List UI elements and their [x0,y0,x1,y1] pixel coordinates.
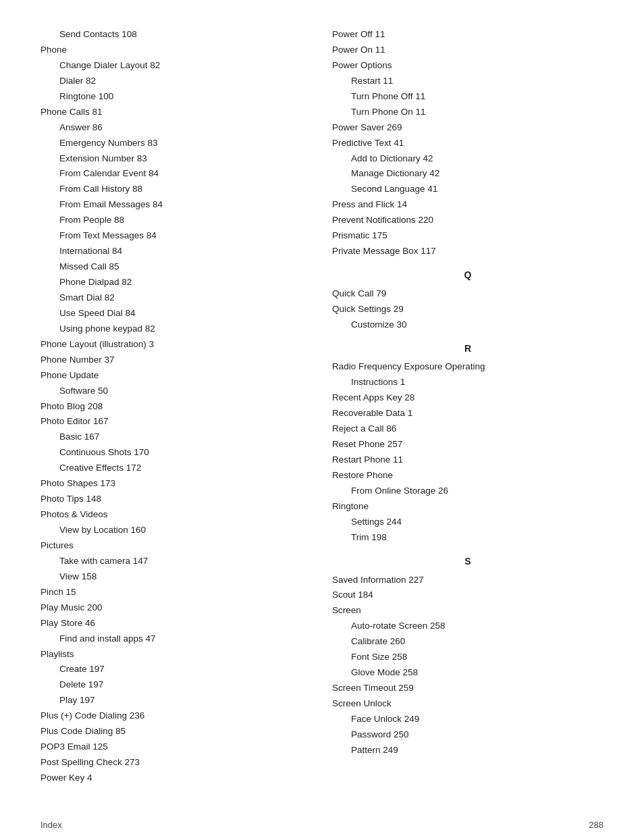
index-entry: Phone [41,43,312,58]
index-entry: Pinch 15 [41,585,312,600]
index-entry: Password 250 [332,727,603,743]
index-entry: Post Spelling Check 273 [41,755,312,771]
index-entry: Recoverable Data 1 [332,406,603,421]
index-entry: Smart Dial 82 [41,290,312,306]
index-entry: Find and install apps 47 [41,631,312,647]
footer: Index 288 [41,813,603,830]
footer-left: Index [41,820,62,830]
index-entry: International 84 [41,244,312,259]
index-entry: Restart Phone 11 [332,452,603,468]
right-column: Power Off 11Power On 11Power OptionsRest… [332,27,603,786]
index-entry: Play Store 46 [41,616,312,631]
index-entry: Send Contacts 108 [41,27,312,43]
index-entry: View 158 [41,569,312,585]
index-entry: Settings 244 [332,515,603,530]
index-entry: Saved Information 227 [332,573,603,588]
index-entry: Play Music 200 [41,600,312,616]
index-entry: Customize 30 [332,317,603,333]
index-entry: Scout 184 [332,588,603,603]
index-entry: Plus Code Dialing 85 [41,724,312,739]
index-entry: Power Off 11 [332,27,603,43]
index-entry: Restart 11 [332,74,603,89]
index-entry: Glove Mode 258 [332,665,603,681]
index-entry: Manage Dictionary 42 [332,166,603,182]
index-entry: Playlists [41,647,312,662]
index-entry: From Call History 88 [41,182,312,197]
index-entry: Pattern 249 [332,743,603,758]
index-entry: Screen [332,603,603,619]
index-entry: View by Location 160 [41,523,312,538]
index-entry: Answer 86 [41,120,312,136]
index-entry: Add to Dictionary 42 [332,151,603,167]
index-entry: Software 50 [41,384,312,399]
index-entry: Prismatic 175 [332,228,603,244]
index-entry: Use Speed Dial 84 [41,306,312,321]
index-entry: Ringtone 100 [41,89,312,105]
page-container: Send Contacts 108PhoneChange Dialer Layo… [41,27,603,786]
index-entry: Auto-rotate Screen 258 [332,619,603,634]
index-entry: Calibrate 260 [332,634,603,650]
index-entry: Missed Call 85 [41,259,312,275]
index-entry: Radio Frequency Exposure Operating [332,359,603,375]
index-entry: Power Options [332,58,603,74]
index-entry: Delete 197 [41,677,312,693]
index-entry: Reset Phone 257 [332,437,603,452]
index-entry: Photo Shapes 173 [41,476,312,492]
index-entry: Turn Phone On 11 [332,105,603,120]
index-entry: Emergency Numbers 83 [41,136,312,151]
index-entry: S [332,554,603,570]
index-entry: Photo Blog 208 [41,399,312,415]
index-entry: POP3 Email 125 [41,739,312,755]
index-entry: Trim 198 [332,530,603,546]
index-entry: Continuous Shots 170 [41,445,312,461]
index-entry: Basic 167 [41,429,312,445]
index-entry: Play 197 [41,693,312,708]
index-entry: Face Unlock 249 [332,712,603,727]
index-entry: Ringtone [332,499,603,515]
index-entry: Restore Phone [332,468,603,484]
index-entry: Second Language 41 [332,182,603,197]
index-entry: Instructions 1 [332,375,603,390]
left-column: Send Contacts 108PhoneChange Dialer Layo… [41,27,332,786]
index-entry: R [332,341,603,357]
index-entry: Reject a Call 86 [332,421,603,437]
index-entry: Photos & Videos [41,507,312,523]
index-entry: Screen Timeout 259 [332,681,603,696]
index-entry: Photo Editor 167 [41,414,312,429]
index-entry: Quick Call 79 [332,286,603,302]
index-entry: Pictures [41,538,312,554]
index-entry: Creative Effects 172 [41,461,312,476]
index-entry: From Online Storage 26 [332,484,603,499]
footer-right: 288 [589,820,603,830]
index-entry: Extension Number 83 [41,151,312,167]
index-entry: Q [332,267,603,284]
index-entry: Predictive Text 41 [332,136,603,151]
index-entry: Power Saver 269 [332,120,603,136]
index-entry: Change Dialer Layout 82 [41,58,312,74]
index-entry: From Text Messages 84 [41,228,312,244]
index-entry: Phone Layout (illustration) 3 [41,337,312,353]
index-entry: Quick Settings 29 [332,302,603,317]
index-entry: Turn Phone Off 11 [332,89,603,105]
index-entry: Phone Calls 81 [41,105,312,120]
index-entry: Recent Apps Key 28 [332,390,603,406]
index-entry: Font Size 258 [332,650,603,665]
index-entry: From Email Messages 84 [41,197,312,213]
index-entry: Create 197 [41,662,312,677]
index-entry: From People 88 [41,213,312,228]
index-entry: Screen Unlock [332,696,603,712]
index-entry: Phone Number 37 [41,353,312,368]
index-entry: Private Message Box 117 [332,244,603,259]
index-entry: Press and Flick 14 [332,197,603,213]
index-entry: Phone Dialpad 82 [41,275,312,290]
index-entry: Prevent Notifications 220 [332,213,603,228]
index-entry: Power Key 4 [41,771,312,786]
index-entry: Power On 11 [332,43,603,58]
index-entry: From Calendar Event 84 [41,166,312,182]
index-entry: Take with camera 147 [41,554,312,569]
index-entry: Phone Update [41,368,312,384]
index-entry: Plus (+) Code Dialing 236 [41,708,312,724]
index-entry: Using phone keypad 82 [41,321,312,337]
index-entry: Dialer 82 [41,74,312,89]
index-entry: Photo Tips 148 [41,492,312,507]
